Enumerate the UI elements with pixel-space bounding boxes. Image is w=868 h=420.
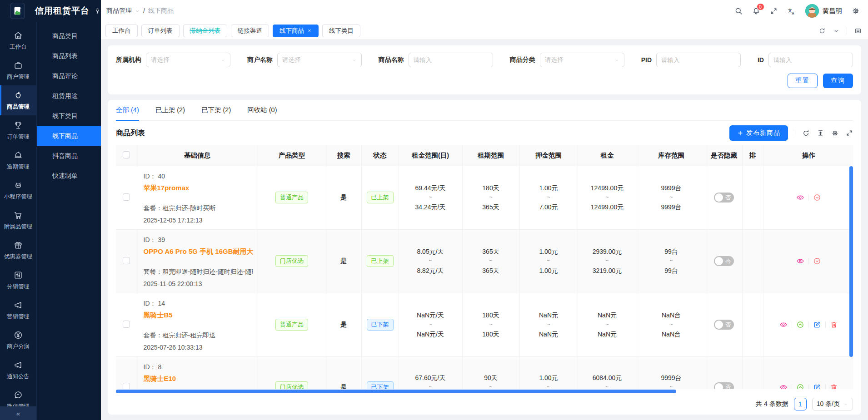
rail-item-商品管理[interactable]: 商品管理 — [0, 85, 36, 115]
row-checkbox[interactable] — [123, 383, 130, 389]
status-tab-已下架 (2)[interactable]: 已下架 (2) — [201, 100, 231, 120]
bell-icon[interactable]: 0 — [752, 7, 760, 15]
rail-item-label: 逾期管理 — [7, 163, 30, 171]
tab-滞纳金列表[interactable]: 滞纳金列表 — [183, 25, 228, 37]
hidden-toggle[interactable]: 否 — [714, 256, 734, 266]
sidebar-collapse-button[interactable]: « — [0, 406, 36, 420]
rail-item-附属品管理[interactable]: 附属品管理 — [0, 205, 36, 235]
status-cell: 已下架 — [361, 356, 399, 389]
rail-item-逾期管理[interactable]: 逾期管理 — [0, 145, 36, 175]
rail-item-商户分润[interactable]: 商户分润 — [0, 325, 36, 355]
submenu-item-租赁用途[interactable]: 租赁用途 — [37, 86, 101, 106]
page-number-button[interactable]: 1 — [794, 398, 807, 410]
submenu-item-线下类目[interactable]: 线下类目 — [37, 106, 101, 126]
sidebar-body: 工作台商户管理商品管理订单管理逾期管理小程序管理附属品管理优惠券管理分销管理营销… — [0, 22, 101, 420]
put-on-shelf-action-icon[interactable] — [796, 321, 804, 329]
close-icon[interactable] — [307, 29, 312, 33]
view-action-icon[interactable] — [779, 383, 788, 390]
ID-input[interactable] — [768, 53, 853, 67]
row-checkbox[interactable] — [123, 257, 130, 264]
take-down-action-icon[interactable] — [813, 193, 821, 202]
rail-item-订单管理[interactable]: 订单管理 — [0, 115, 36, 145]
hidden-toggle[interactable]: 否 — [714, 193, 734, 203]
商品名称-input-field[interactable] — [414, 57, 488, 64]
search-icon[interactable] — [734, 7, 743, 15]
term-range-cell: 180天~180天 — [462, 293, 519, 356]
fullscreen-icon[interactable] — [770, 7, 778, 15]
tabstrip-actions — [818, 27, 862, 35]
product-name-link[interactable]: OPPO A6 Pro 5G 手机 16GB耐用大内存 — [144, 247, 253, 256]
reload-icon[interactable] — [802, 129, 810, 137]
status-tab-已上架 (2)[interactable]: 已上架 (2) — [155, 100, 185, 120]
submenu-item-抖音商品[interactable]: 抖音商品 — [37, 146, 101, 166]
rail-item-分销管理[interactable]: 分销管理 — [0, 265, 36, 295]
table-fullscreen-icon[interactable] — [846, 129, 853, 137]
PID-input-field[interactable] — [661, 57, 736, 64]
translate-icon[interactable]: 文A — [787, 7, 796, 15]
PID-input[interactable] — [656, 53, 741, 67]
submenu-item-商品类目[interactable]: 商品类目 — [37, 26, 101, 46]
tab-线下类目[interactable]: 线下类目 — [322, 25, 360, 37]
take-down-action-icon[interactable] — [813, 257, 821, 265]
submenu-item-快速制单[interactable]: 快速制单 — [37, 166, 101, 186]
vertical-scrollbar[interactable] — [849, 166, 853, 357]
product-name-link[interactable]: 黑骑士B5 — [144, 311, 253, 320]
publish-product-button[interactable]: 发布新商品 — [729, 125, 788, 141]
search-flag-cell: 是 — [326, 166, 361, 229]
product-name-link[interactable]: 黑骑士E10 — [144, 375, 253, 383]
view-action-icon[interactable] — [796, 193, 804, 202]
select-all-checkbox[interactable] — [123, 151, 130, 158]
hidden-toggle[interactable]: 否 — [714, 320, 734, 330]
tab-线下商品[interactable]: 线下商品 — [273, 25, 319, 37]
row-checkbox[interactable] — [123, 321, 130, 328]
hidden-toggle[interactable]: 否 — [714, 382, 734, 390]
rent-cell: 12499.00元~12499.00元 — [578, 166, 637, 229]
ID-input-field[interactable] — [773, 57, 848, 64]
rail-item-通知公告[interactable]: 通知公告 — [0, 355, 36, 385]
商户名称-select[interactable]: 请选择 — [277, 53, 362, 67]
rail-item-小程序管理[interactable]: 小程序管理 — [0, 175, 36, 205]
delete-action-icon[interactable] — [830, 383, 838, 390]
breadcrumb-menu[interactable]: 商品管理 — [106, 7, 132, 15]
row-checkbox[interactable] — [123, 193, 130, 201]
refresh-icon[interactable] — [818, 27, 826, 35]
user-menu[interactable]: 黄昌明 — [805, 4, 843, 18]
view-action-icon[interactable] — [796, 257, 804, 265]
query-button[interactable]: 查询 — [823, 74, 853, 88]
pin-icon[interactable] — [94, 8, 101, 15]
put-on-shelf-action-icon[interactable] — [796, 383, 804, 390]
status-tab-回收站 (0)[interactable]: 回收站 (0) — [247, 100, 277, 120]
reset-button[interactable]: 重置 — [788, 74, 818, 88]
商品名称-input[interactable] — [409, 53, 493, 67]
gear-icon[interactable] — [852, 7, 860, 15]
edit-action-icon[interactable] — [813, 321, 821, 329]
edit-action-icon[interactable] — [813, 383, 821, 390]
rent-cell: 6084.00元~6084.00元 — [578, 356, 637, 389]
page-size-select[interactable]: 10 条/页 — [812, 398, 853, 410]
tab-订单列表[interactable]: 订单列表 — [141, 25, 180, 37]
submenu-item-商品列表[interactable]: 商品列表 — [37, 46, 101, 66]
horizontal-scrollbar[interactable] — [116, 390, 676, 393]
商品分类-select[interactable]: 请选择 — [540, 53, 624, 67]
view-action-icon[interactable] — [779, 321, 788, 329]
breadcrumb-separator: / — [143, 7, 145, 15]
submenu-item-线下商品[interactable]: 线下商品 — [37, 126, 101, 146]
rail-item-商户管理[interactable]: 商户管理 — [0, 55, 36, 85]
app-logo[interactable] — [10, 3, 25, 19]
row-density-icon[interactable] — [817, 129, 824, 137]
rail-item-优惠券管理[interactable]: 优惠券管理 — [0, 235, 36, 265]
tab-工作台[interactable]: 工作台 — [105, 25, 138, 37]
rail-item-营销管理[interactable]: 营销管理 — [0, 295, 36, 325]
status-tab-全部 (4)[interactable]: 全部 (4) — [116, 100, 139, 120]
maximize-icon[interactable] — [854, 27, 862, 35]
settings-gear-icon[interactable] — [831, 129, 839, 137]
rail-item-工作台[interactable]: 工作台 — [0, 25, 36, 55]
product-name-link[interactable]: 苹果17promax — [144, 184, 253, 193]
chevron-down-icon[interactable] — [833, 28, 839, 34]
column-header-term: 租期范围 — [462, 145, 519, 166]
delete-action-icon[interactable] — [830, 321, 838, 329]
list-title: 商品列表 — [116, 128, 145, 138]
submenu-item-商品评论[interactable]: 商品评论 — [37, 66, 101, 86]
tab-链接渠道[interactable]: 链接渠道 — [231, 25, 269, 37]
所属机构-select[interactable]: 请选择 — [146, 53, 230, 67]
